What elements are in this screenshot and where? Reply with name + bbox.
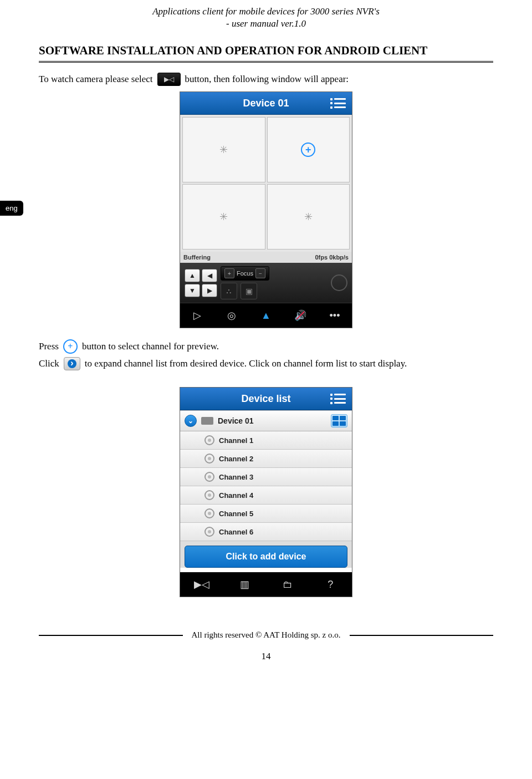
channel-status-icon bbox=[204, 435, 214, 445]
screenshot2-title: Device list bbox=[241, 393, 290, 405]
snapshot-icon[interactable]: ◎ bbox=[223, 307, 240, 324]
footer: All rights reserved © AAT Holding sp. z … bbox=[39, 630, 493, 640]
device-row[interactable]: ⌄ Device 01 bbox=[180, 410, 352, 431]
footer-rule-right bbox=[350, 635, 494, 636]
ptz-left-button[interactable]: ◀ bbox=[202, 269, 217, 282]
camera-cell-2[interactable]: + bbox=[267, 117, 350, 182]
ptz-control-panel: ▲ ◀ ▼ ▶ + Focus − ⛬ ▣ bbox=[180, 263, 352, 303]
screenshot-device-view: Device 01 ✳ + ✳ ✳ Buffering 0fps 0kbp/s … bbox=[180, 91, 352, 328]
device-icon bbox=[201, 417, 213, 425]
screenshot2-bottom-bar: ▶◁ ▥ 🗀 ? bbox=[180, 572, 352, 597]
playback-icon[interactable]: ▥ bbox=[236, 576, 253, 593]
expand-arrow-icon bbox=[64, 357, 80, 370]
doc-header-line1: Applications client for mobile devices f… bbox=[39, 6, 493, 18]
alarm-icon[interactable]: ▲ bbox=[258, 307, 274, 324]
paragraph-3: Click to expand channel list from desire… bbox=[39, 357, 493, 370]
mute-speaker-icon[interactable]: 🔊 bbox=[292, 307, 309, 324]
channel-status-icon bbox=[204, 472, 214, 482]
live-view-icon[interactable]: ▶◁ bbox=[193, 576, 210, 593]
language-tab: eng bbox=[0, 201, 23, 216]
channel-status-icon bbox=[204, 527, 214, 537]
channel-label: Channel 5 bbox=[219, 510, 253, 518]
camera-cell-1[interactable]: ✳ bbox=[182, 117, 265, 182]
screenshot-device-list: Device list ⌄ Device 01 Channel 1 Channe… bbox=[180, 387, 352, 597]
preset-icon[interactable]: ⛬ bbox=[221, 283, 237, 299]
plus-circle-icon: + bbox=[63, 339, 78, 354]
status-right: 0fps 0kbp/s bbox=[315, 254, 349, 261]
status-row: Buffering 0fps 0kbp/s bbox=[180, 252, 352, 263]
page-number: 14 bbox=[39, 651, 493, 662]
para2-after: button to select channel for preview. bbox=[82, 341, 219, 352]
ptz-down-button[interactable]: ▼ bbox=[185, 284, 200, 297]
collapse-icon[interactable]: ⌄ bbox=[185, 415, 197, 427]
channel-row[interactable]: Channel 3 bbox=[180, 468, 352, 486]
camera-cell-3[interactable]: ✳ bbox=[182, 184, 265, 250]
paragraph-1: To watch camera please select ▶◁ button,… bbox=[39, 73, 493, 86]
channel-status-icon bbox=[204, 454, 214, 464]
focus-minus-button[interactable]: − bbox=[255, 268, 265, 278]
camera-grid-area: ✳ + ✳ ✳ bbox=[180, 115, 352, 252]
channel-status-icon bbox=[204, 508, 214, 518]
channel-row[interactable]: Channel 6 bbox=[180, 523, 352, 541]
ptz-up-button[interactable]: ▲ bbox=[185, 269, 200, 282]
section-heading: SOFTWARE INSTALLATION AND OPERATION FOR … bbox=[39, 44, 493, 58]
layout-icon[interactable]: ▣ bbox=[241, 283, 257, 299]
folder-icon[interactable]: 🗀 bbox=[279, 576, 296, 593]
channel-label: Channel 2 bbox=[219, 455, 253, 463]
ptz-dpad: ▲ ◀ ▼ ▶ bbox=[185, 269, 217, 297]
focus-label: Focus bbox=[237, 270, 253, 277]
more-icon[interactable]: ••• bbox=[326, 307, 343, 324]
aperture-icon[interactable] bbox=[331, 274, 347, 291]
footer-text: All rights reserved © AAT Holding sp. z … bbox=[192, 630, 341, 640]
channel-label: Channel 1 bbox=[219, 436, 253, 445]
footer-rule-left bbox=[39, 635, 183, 636]
focus-control: + Focus − bbox=[221, 266, 269, 281]
doc-header-line2: - user manual ver.1.0 bbox=[39, 18, 493, 30]
para3-before: Click bbox=[39, 358, 59, 369]
section-divider bbox=[39, 61, 493, 63]
channel-row[interactable]: Channel 4 bbox=[180, 486, 352, 505]
channel-row[interactable]: Channel 2 bbox=[180, 450, 352, 468]
channel-label: Channel 3 bbox=[219, 473, 253, 481]
screenshot1-titlebar: Device 01 bbox=[180, 92, 352, 115]
add-device-button[interactable]: Click to add device bbox=[185, 546, 347, 568]
add-channel-icon[interactable]: + bbox=[301, 142, 315, 157]
channel-row[interactable]: Channel 1 bbox=[180, 431, 352, 450]
para2-before: Press bbox=[39, 341, 59, 352]
multiview-icon[interactable] bbox=[331, 414, 347, 427]
screenshot1-bottom-bar: ▷ ◎ ▲ 🔊 ••• bbox=[180, 303, 352, 328]
device-list-area: ⌄ Device 01 Channel 1 Channel 2 Channel … bbox=[180, 410, 352, 568]
channel-row[interactable]: Channel 5 bbox=[180, 505, 352, 523]
menu-list-icon[interactable] bbox=[329, 96, 347, 110]
screenshot1-title: Device 01 bbox=[243, 98, 289, 109]
camera-cell-4[interactable]: ✳ bbox=[267, 184, 350, 250]
para1-before: To watch camera please select bbox=[39, 74, 153, 85]
menu-list-icon[interactable] bbox=[329, 391, 347, 406]
para3-after: to expand channel list from desired devi… bbox=[85, 358, 407, 369]
channel-label: Channel 4 bbox=[219, 491, 253, 500]
ptz-right-button[interactable]: ▶ bbox=[202, 284, 217, 297]
screenshot2-titlebar: Device list bbox=[180, 388, 352, 410]
play-icon[interactable]: ▷ bbox=[189, 307, 206, 324]
play-camera-icon: ▶◁ bbox=[157, 73, 181, 86]
para1-after: button, then following window will appea… bbox=[185, 74, 349, 85]
device-name: Device 01 bbox=[218, 416, 254, 425]
paragraph-2: Press + button to select channel for pre… bbox=[39, 339, 493, 354]
channel-status-icon bbox=[204, 490, 214, 500]
status-left: Buffering bbox=[183, 254, 211, 261]
doc-header: Applications client for mobile devices f… bbox=[39, 6, 493, 30]
channel-label: Channel 6 bbox=[219, 528, 253, 536]
help-icon[interactable]: ? bbox=[322, 576, 339, 593]
focus-plus-button[interactable]: + bbox=[224, 268, 234, 278]
